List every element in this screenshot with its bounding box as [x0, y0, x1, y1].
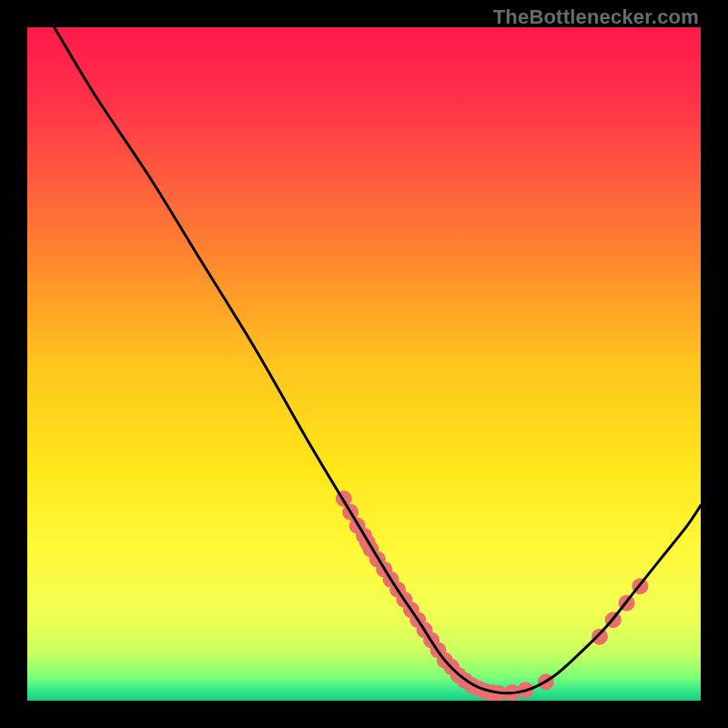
- gradient-background: [27, 27, 701, 701]
- bottleneck-chart: [27, 27, 701, 701]
- watermark-text: TheBottlenecker.com: [493, 5, 699, 29]
- chart-frame: [27, 27, 701, 701]
- scatter-point: [592, 629, 608, 645]
